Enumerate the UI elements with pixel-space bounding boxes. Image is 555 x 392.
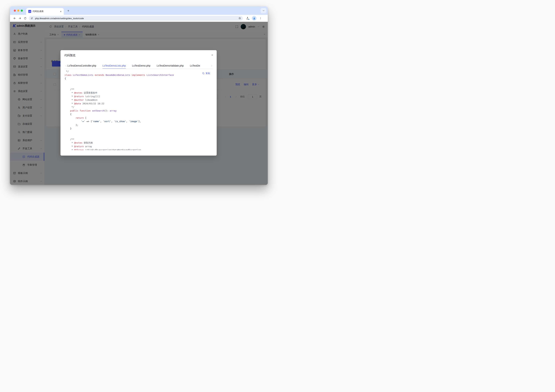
browser-toolbar: php.likeadmin.cn/admin/setting/dev_tools… xyxy=(10,15,268,22)
code-file-tab-0[interactable]: LsTestDemoController.php xyxy=(67,63,96,69)
forward-button[interactable] xyxy=(17,16,22,21)
back-button[interactable] xyxy=(12,16,17,21)
browser-tab-strip: LA 代码生成器 × + xyxy=(10,7,268,15)
code-line: ]; xyxy=(65,123,212,127)
code-line: * @author likeadmin xyxy=(65,98,212,102)
code-file-tab-3[interactable]: LsTestDemoValidate.php xyxy=(157,63,184,69)
code-file-tab-list: LsTestDemoController.phpLsTestDemoLists.… xyxy=(67,63,210,69)
code-line: return [ xyxy=(65,116,212,120)
code-file-tab-1[interactable]: LsTestDemoLists.php xyxy=(102,63,126,69)
close-window-button[interactable] xyxy=(14,10,16,12)
code-file-tab-2[interactable]: LsTestDemo.php xyxy=(132,63,150,69)
tabs-scroll-left-icon[interactable] xyxy=(64,65,67,67)
code-line xyxy=(65,80,212,84)
code-line: { xyxy=(65,113,212,116)
copy-button[interactable]: 复制 xyxy=(202,72,210,75)
reload-button[interactable] xyxy=(22,16,28,21)
code-line xyxy=(65,131,212,134)
browser-tab-title: 代码生成器 xyxy=(33,10,58,13)
flask-badge-dot xyxy=(248,19,250,20)
address-bar[interactable]: php.likeadmin.cn/admin/setting/dev_tools… xyxy=(29,16,243,21)
browser-menu-kebab-icon[interactable] xyxy=(259,17,262,20)
code-line xyxy=(65,134,212,138)
dialog-close-icon[interactable]: × xyxy=(211,53,213,57)
zoom-window-button[interactable] xyxy=(21,10,23,12)
code-line: * @notes 获取列表 xyxy=(65,141,212,145)
copy-icon xyxy=(202,72,205,75)
code-preview-dialog: 代码预览 × LsTestDemoController.phpLsTestDem… xyxy=(60,50,217,156)
code-line: class LsTestDemoLists extends BaseAdminD… xyxy=(65,73,212,77)
site-info-icon[interactable] xyxy=(30,17,33,20)
code-line: */ xyxy=(65,70,212,73)
code-line: * @date 2024/03/22 16:22 xyxy=(65,102,212,106)
site-favicon: LA xyxy=(28,10,31,13)
code-line: */ xyxy=(65,105,212,109)
dialog-title: 代码预览 xyxy=(64,54,75,57)
code-line xyxy=(65,84,212,88)
code-file-tabs: LsTestDemoController.phpLsTestDemoLists.… xyxy=(64,63,213,69)
tab-search-chevron-icon[interactable] xyxy=(261,8,266,13)
admin-app: K admin系统演示 用户列表应用管理财务管理装修管理渠道设置组织管理权限管理… xyxy=(10,22,268,185)
bookmark-star-icon[interactable] xyxy=(238,17,241,20)
code-line: '=' => ['name', 'sort', 'is_show', 'imag… xyxy=(65,120,212,123)
experiments-flask-icon[interactable] xyxy=(246,17,249,20)
code-line: * @throws \think\db\exception\DataNotFou… xyxy=(65,148,212,150)
new-tab-button[interactable]: + xyxy=(66,8,71,13)
minimize-window-button[interactable] xyxy=(17,10,19,12)
code-line: * @return \string[][] xyxy=(65,95,212,98)
tab-close-icon[interactable]: × xyxy=(59,10,62,13)
code-line: public function setSearch(): array xyxy=(65,109,212,113)
browser-profile-avatar[interactable] xyxy=(252,16,256,21)
code-file-tab-4[interactable]: LsTestDe xyxy=(190,63,200,69)
code-line: /** xyxy=(65,88,212,91)
browser-tab[interactable]: LA 代码生成器 × xyxy=(26,8,64,15)
code-line: * @return array xyxy=(65,145,212,148)
code-line: * @notes 设置搜索条件 xyxy=(65,91,212,95)
tabs-scroll-right-icon[interactable] xyxy=(210,65,213,67)
browser-window: LA 代码生成器 × + php.likeadmin.cn/admin/sett… xyxy=(10,7,268,185)
url-text[interactable]: php.likeadmin.cn/admin/setting/dev_tools… xyxy=(35,17,84,20)
code-viewer[interactable]: */class LsTestDemoLists extends BaseAdmi… xyxy=(65,70,212,150)
code-line: } xyxy=(65,127,212,131)
traffic-lights xyxy=(14,10,23,12)
code-line: /** xyxy=(65,138,212,141)
code-line: { xyxy=(65,77,212,80)
